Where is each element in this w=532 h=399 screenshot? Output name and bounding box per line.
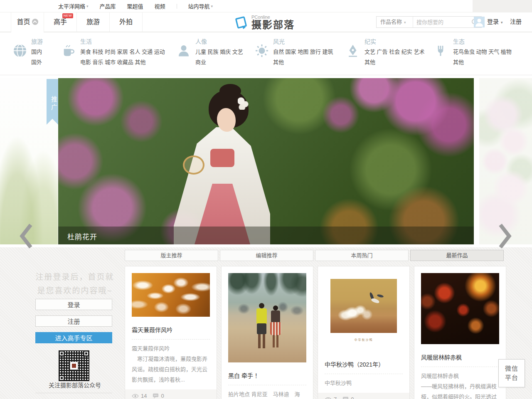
divider xyxy=(132,339,210,340)
qr-caption: 关注摄影部落公众号 xyxy=(25,381,125,389)
sun-icon xyxy=(254,43,269,60)
search-input[interactable] xyxy=(413,17,468,27)
category-links[interactable]: 自然 国家 地图 旅行 建筑 xyxy=(273,48,333,56)
work-card: 中华秋沙鸭 中华秋沙鸭（2021年） 中华秋沙鸭 7 0 作者： xyxy=(318,266,410,399)
pen-nib-icon xyxy=(346,43,360,60)
filter-tabs: 版主推荐 编辑推荐 本周热门 最新作品 xyxy=(125,250,504,261)
globe-icon xyxy=(12,43,27,60)
nav-tab-outdoor-label: 外拍 xyxy=(119,18,133,25)
hero-carousel: 杜鹃花开 推广 xyxy=(0,78,532,244)
category-travel: 旅游 国内 国外 xyxy=(12,32,43,75)
card-description: 风暖层林醉赤枫 ——暖风轻拂林梢，丹枫缀满枝桠，似燃着细碎的火。阳光透过叶隙筛下… xyxy=(421,371,499,399)
card-title[interactable]: 风暖层林醉赤枫 xyxy=(421,353,499,361)
nav-tab-home[interactable]: 首页 xyxy=(11,12,44,32)
tab-editor-picks[interactable]: 编辑推荐 xyxy=(220,250,313,261)
camera-logo-icon xyxy=(234,15,248,32)
tab-moderator-picks[interactable]: 版主推荐 xyxy=(125,250,218,261)
nav-tab-expert-label: 高手 xyxy=(54,18,67,25)
category-links[interactable]: 国内 xyxy=(31,48,43,56)
category-links[interactable]: 美食 科技 时尚 家居 名人 交通 运动 xyxy=(80,48,165,56)
register-link[interactable]: 注册 xyxy=(510,12,522,32)
card-image-maple[interactable] xyxy=(421,273,499,344)
carousel-current-slide[interactable]: 杜鹃花开 xyxy=(58,78,474,244)
avatar[interactable] xyxy=(474,17,485,27)
carousel-prev-button[interactable] xyxy=(18,222,34,251)
divider xyxy=(325,374,403,374)
card-image-beach[interactable] xyxy=(228,273,306,362)
nav-tab-travel[interactable]: 旅游 xyxy=(77,12,110,32)
wechat-platform-button[interactable]: 微信 平台 xyxy=(498,359,525,387)
header: 首页 NEW 高手 旅游 外拍 xyxy=(0,12,532,32)
category-life: 生活 美食 科技 时尚 家居 名人 交通 运动 电影 音乐 城市 收藏品 其他 xyxy=(62,32,165,75)
category-title-ecology[interactable]: 生态 xyxy=(453,32,512,45)
wechat-qr-code xyxy=(59,350,89,381)
sidebar-divider xyxy=(35,393,112,393)
sidebar-expert-zone-button[interactable]: 进入高手专区 xyxy=(35,332,112,343)
user-icon xyxy=(474,17,485,27)
nav-tab-outdoor[interactable]: 外拍 xyxy=(110,12,143,32)
card-title[interactable]: 黑白 牵手 ！ xyxy=(228,371,306,379)
topbar-link-pconline[interactable]: 太平洋网络 xyxy=(58,2,89,10)
card-image-duck[interactable]: 中华秋沙鸭 xyxy=(325,273,403,351)
card-title[interactable]: 霜天蒹葭伴风吟 xyxy=(132,325,210,334)
carousel-next-button[interactable] xyxy=(497,222,513,251)
work-card: 黑白 牵手 ！ 拍片地点 肯尼亚 马林迪 海边... xyxy=(221,266,313,399)
nav-tab-travel-label: 旅游 xyxy=(86,18,100,25)
login-link[interactable]: 登录 xyxy=(487,12,503,32)
topbar-links: 太平洋网络 产品库 聚超值 视频 站内导航 xyxy=(58,0,224,12)
comments-icon xyxy=(342,397,349,399)
search-category-select[interactable]: 作品名称 xyxy=(377,17,413,27)
category-title-travel[interactable]: 旅游 xyxy=(31,32,43,45)
comments-count: 0 xyxy=(351,396,354,399)
tab-weekly-hot[interactable]: 本周热门 xyxy=(315,250,409,261)
topbar-corner xyxy=(473,0,532,12)
topbar-link-video[interactable]: 视频 xyxy=(155,2,165,10)
category-links[interactable]: 其他 xyxy=(365,59,424,66)
new-badge: NEW xyxy=(62,13,73,18)
views-count: 7 xyxy=(334,396,337,399)
card-image-reeds[interactable] xyxy=(132,273,210,317)
category-links[interactable]: 其他 xyxy=(273,59,333,66)
category-title-documentary[interactable]: 纪实 xyxy=(365,32,424,45)
logo-text: PConline 摄影部落 xyxy=(251,15,295,30)
tab-latest-works[interactable]: 最新作品 xyxy=(410,250,504,261)
category-title-scenery[interactable]: 风光 xyxy=(273,32,333,45)
card-title[interactable]: 中华秋沙鸭（2021年） xyxy=(325,360,403,368)
work-card: 霜天蒹葭伴风吟 霜天蒹葭伴风吟 寒汀凝霜沐清晓，蒹葭曳影弄风谣。疏枝缀白摇秋韵，… xyxy=(125,266,217,399)
category-links[interactable]: 文艺 广告 社会 纪实 艺术 xyxy=(365,48,424,56)
photo-script-caption: 中华秋沙鸭 xyxy=(325,337,403,342)
hanfu-figure-illustration xyxy=(170,86,270,244)
category-links[interactable]: 商业 xyxy=(195,59,243,66)
sidebar-login-button[interactable]: 登录 xyxy=(35,299,112,310)
chevron-right-icon xyxy=(497,222,513,250)
category-title-life[interactable]: 生活 xyxy=(80,32,165,45)
sidebar-slogan: 注册登录后，首页就 是您喜欢的内容哦~ xyxy=(25,270,125,298)
divider xyxy=(228,385,306,385)
category-links[interactable]: 其他 xyxy=(453,59,512,66)
card-description: 拍片地点 肯尼亚 马林迪 海边... xyxy=(228,389,306,399)
card-stats: 7 0 xyxy=(318,393,409,399)
views-icon xyxy=(325,397,332,399)
topbar-link-products[interactable]: 产品库 xyxy=(100,2,116,10)
main-nav: 首页 NEW 高手 旅游 外拍 xyxy=(11,12,143,32)
sidebar-register-button[interactable]: 注册 xyxy=(35,315,112,327)
nav-tab-expert[interactable]: NEW 高手 xyxy=(44,12,77,32)
site-logo[interactable]: PConline 摄影部落 xyxy=(234,15,295,32)
topbar-link-sitenav[interactable]: 站内导航 xyxy=(188,2,213,10)
category-links[interactable]: 国外 xyxy=(31,59,43,66)
category-links[interactable]: 儿童 民族 婚庆 文艺 xyxy=(195,48,243,56)
chevron-left-icon xyxy=(18,222,34,250)
carousel-next-slide[interactable] xyxy=(479,78,532,244)
category-title-portrait[interactable]: 人像 xyxy=(195,32,243,45)
category-links[interactable]: 电影 音乐 城市 收藏品 其他 xyxy=(80,59,165,66)
circle-up-icon xyxy=(32,19,38,25)
category-portrait: 人像 儿童 民族 婚庆 文艺 商业 xyxy=(177,32,243,75)
cup-icon xyxy=(62,43,76,60)
topbar-link-deals[interactable]: 聚超值 xyxy=(127,2,143,10)
topbar-divider xyxy=(177,4,177,9)
work-card: 风暖层林醉赤枫 风暖层林醉赤枫 ——暖风轻拂林梢，丹枫缀满枝桠，似燃着细碎的火。… xyxy=(414,266,506,399)
category-links[interactable]: 花鸟鱼虫 动物 天气 植物 xyxy=(453,48,512,56)
logo-title: 摄影部落 xyxy=(251,20,295,30)
category-ecology: 生态 花鸟鱼虫 动物 天气 植物 其他 xyxy=(434,32,512,75)
plant-fork-icon xyxy=(434,43,447,60)
